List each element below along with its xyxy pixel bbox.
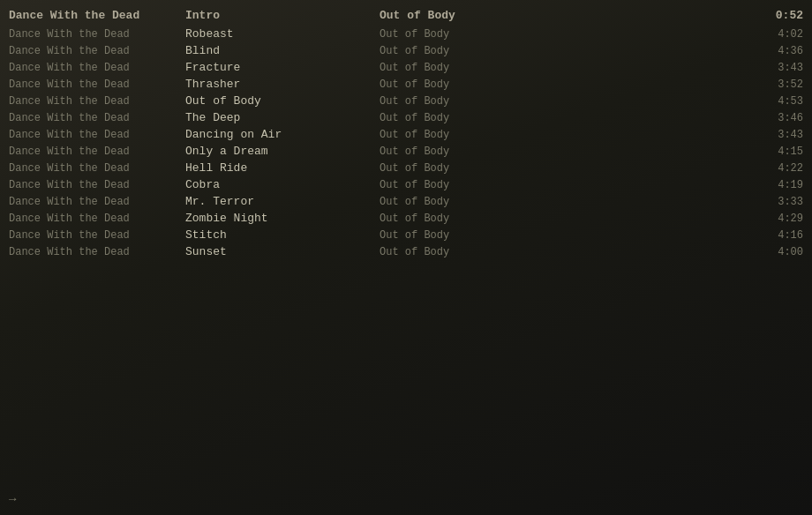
track-duration: 4:36 xyxy=(750,45,803,57)
header-title: Intro xyxy=(185,9,380,22)
track-album: Out of Body xyxy=(380,213,750,225)
track-album: Out of Body xyxy=(380,246,750,258)
track-album: Out of Body xyxy=(380,162,750,175)
track-album: Out of Body xyxy=(380,179,750,191)
track-artist: Dance With the Dead xyxy=(9,213,185,225)
table-row[interactable]: Dance With the DeadZombie NightOut of Bo… xyxy=(0,210,812,227)
table-row[interactable]: Dance With the DeadThrasherOut of Body3:… xyxy=(0,76,812,93)
track-album: Out of Body xyxy=(380,146,750,158)
track-duration: 3:43 xyxy=(750,129,803,141)
header-album: Out of Body xyxy=(380,9,750,22)
table-row[interactable]: Dance With the DeadDancing on AirOut of … xyxy=(0,126,812,143)
header-artist: Dance With the Dead xyxy=(9,9,185,22)
track-duration: 4:16 xyxy=(750,229,803,242)
track-duration: 4:02 xyxy=(750,28,803,41)
track-title: Thrasher xyxy=(185,78,380,91)
track-duration: 3:46 xyxy=(750,112,803,124)
table-row[interactable]: Dance With the DeadRobeastOut of Body4:0… xyxy=(0,26,812,42)
track-duration: 4:15 xyxy=(750,146,803,158)
track-title: Hell Ride xyxy=(185,161,380,175)
track-duration: 4:22 xyxy=(750,162,803,175)
table-row[interactable]: Dance With the DeadBlindOut of Body4:36 xyxy=(0,42,812,59)
table-row[interactable]: Dance With the DeadFractureOut of Body3:… xyxy=(0,59,812,76)
track-album: Out of Body xyxy=(380,28,750,41)
track-duration: 4:29 xyxy=(750,213,803,225)
track-album: Out of Body xyxy=(380,45,750,57)
track-album: Out of Body xyxy=(380,78,750,91)
track-album: Out of Body xyxy=(380,62,750,74)
track-artist: Dance With the Dead xyxy=(9,162,185,175)
track-artist: Dance With the Dead xyxy=(9,146,185,158)
track-artist: Dance With the Dead xyxy=(9,112,185,124)
track-artist: Dance With the Dead xyxy=(9,229,185,242)
track-duration: 3:33 xyxy=(750,196,803,208)
track-album: Out of Body xyxy=(380,95,750,108)
track-title: Fracture xyxy=(185,61,380,74)
track-duration: 4:53 xyxy=(750,95,803,108)
track-artist: Dance With the Dead xyxy=(9,196,185,208)
track-album: Out of Body xyxy=(380,112,750,124)
table-row[interactable]: Dance With the DeadStitchOut of Body4:16 xyxy=(0,227,812,243)
track-artist: Dance With the Dead xyxy=(9,78,185,91)
track-list: Dance With the Dead Intro Out of Body 0:… xyxy=(0,0,812,267)
track-title: Only a Dream xyxy=(185,145,380,158)
track-list-header: Dance With the Dead Intro Out of Body 0:… xyxy=(0,7,812,24)
track-album: Out of Body xyxy=(380,196,750,208)
track-title: Out of Body xyxy=(185,94,380,108)
track-title: Sunset xyxy=(185,245,380,258)
bottom-arrow: → xyxy=(9,492,16,506)
track-duration: 3:52 xyxy=(750,78,803,91)
track-title: Stitch xyxy=(185,228,380,242)
track-artist: Dance With the Dead xyxy=(9,129,185,141)
header-duration: 0:52 xyxy=(750,9,803,22)
track-artist: Dance With the Dead xyxy=(9,45,185,57)
track-title: Cobra xyxy=(185,178,380,191)
table-row[interactable]: Dance With the DeadOut of BodyOut of Bod… xyxy=(0,93,812,109)
track-title: Dancing on Air xyxy=(185,128,380,141)
track-album: Out of Body xyxy=(380,129,750,141)
track-duration: 3:43 xyxy=(750,62,803,74)
track-duration: 4:19 xyxy=(750,179,803,191)
track-artist: Dance With the Dead xyxy=(9,179,185,191)
track-album: Out of Body xyxy=(380,229,750,242)
track-title: Mr. Terror xyxy=(185,195,380,208)
track-artist: Dance With the Dead xyxy=(9,62,185,74)
table-row[interactable]: Dance With the DeadMr. TerrorOut of Body… xyxy=(0,193,812,210)
track-artist: Dance With the Dead xyxy=(9,246,185,258)
table-row[interactable]: Dance With the DeadHell RideOut of Body4… xyxy=(0,160,812,176)
table-row[interactable]: Dance With the DeadOnly a DreamOut of Bo… xyxy=(0,143,812,160)
track-artist: Dance With the Dead xyxy=(9,95,185,108)
track-title: The Deep xyxy=(185,111,380,124)
track-title: Zombie Night xyxy=(185,212,380,225)
track-duration: 4:00 xyxy=(750,246,803,258)
track-artist: Dance With the Dead xyxy=(9,28,185,41)
table-row[interactable]: Dance With the DeadSunsetOut of Body4:00 xyxy=(0,243,812,260)
table-row[interactable]: Dance With the DeadThe DeepOut of Body3:… xyxy=(0,109,812,126)
table-row[interactable]: Dance With the DeadCobraOut of Body4:19 xyxy=(0,176,812,193)
track-title: Robeast xyxy=(185,27,380,41)
track-title: Blind xyxy=(185,44,380,57)
